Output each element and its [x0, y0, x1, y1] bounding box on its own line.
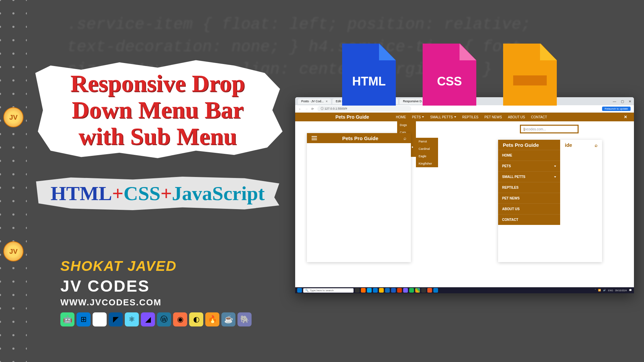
tray-clock[interactable]: 09/10/2024	[615, 289, 627, 292]
taskbar-app-icon[interactable]	[427, 288, 432, 293]
browser-window: Posts · JV Cod...× Edit Post "Res...× Re…	[295, 97, 634, 293]
main-navigation: Pets Pro Guide HOME PETS SMALL PETTS REP…	[295, 113, 634, 121]
mobile-header-expanded: Pets Pro Guide ✕ ide	[498, 140, 602, 150]
subline-plus-2: +	[160, 182, 172, 204]
file-type-icons: HTML CSS	[342, 44, 557, 106]
tray-wifi-icon[interactable]: 📶	[598, 289, 601, 292]
mobile-menu-pets[interactable]: PETS	[498, 161, 560, 171]
mobile-menu-pet-news[interactable]: PET NEWS	[498, 193, 560, 203]
taskbar-app-icon[interactable]	[355, 288, 360, 293]
nav-item-about-us[interactable]: ABOUT US	[508, 115, 525, 119]
tab-label: Posts · JV Cod...	[301, 100, 324, 103]
subline-js: JavaScript	[172, 182, 265, 204]
maximize-button[interactable]: ▢	[621, 100, 624, 103]
nav-item-small-petts[interactable]: SMALL PETTS	[430, 115, 456, 119]
chevron-down-icon	[454, 116, 456, 118]
taskbar-app-icon[interactable]	[391, 288, 396, 293]
windows-taskbar: 🔍 Type here to search ˄ 📶 🔊 ENG 09/10/20…	[295, 287, 634, 293]
taskbar-app-icon[interactable]	[385, 288, 390, 293]
mobile-brand[interactable]: Pets Pro Guide	[342, 135, 378, 141]
mobile-menu-small-petts[interactable]: SMALL PETTS	[498, 171, 560, 182]
taskbar-search[interactable]: 🔍 Type here to search	[303, 288, 354, 293]
taskbar-app-icon[interactable]	[379, 288, 384, 293]
close-window-button[interactable]: ✕	[629, 100, 631, 103]
relaunch-button[interactable]: Relaunch to update	[602, 107, 631, 111]
submenu-item-eagle[interactable]: Eagle	[416, 153, 438, 160]
tech-subline: HTML+CSS+JavaScript	[47, 182, 268, 205]
apple-icon	[93, 312, 107, 326]
url-text: 127.0.0.1:5500/#	[325, 107, 347, 110]
dropdown-item-dogs[interactable]: Dogs	[397, 121, 416, 129]
url-input[interactable]: ⓘ 127.0.0.1:5500/#	[317, 106, 411, 112]
search-icon[interactable]	[404, 135, 406, 141]
mobile-menu-reptiles[interactable]: REPTILES	[498, 182, 560, 193]
website-url: WWW.JVCODES.COM	[60, 297, 252, 308]
nav-item-contact[interactable]: CONTACT	[531, 115, 547, 119]
tray-notifications-icon[interactable]: 💬	[629, 289, 632, 292]
search-icon[interactable]	[595, 142, 597, 148]
back-button[interactable]: ←	[299, 107, 302, 111]
main-headline: Responsive Drop Down Menu Bar with Sub M…	[47, 70, 268, 150]
author-name: SHOKAT JAVED	[60, 258, 252, 274]
mobile-menu: HOME PETS SMALL PETTS REPTILES PET NEWS …	[498, 150, 560, 225]
html-file-label: HTML	[352, 74, 386, 88]
submenu-item-parrot[interactable]: Parrot	[416, 138, 438, 145]
firebase-icon: 🔥	[205, 312, 219, 326]
taskbar-app-icon[interactable]	[367, 288, 372, 293]
taskbar-app-icon[interactable]	[397, 288, 402, 293]
brand-name: JV CODES	[60, 277, 252, 295]
java-icon: ☕	[221, 312, 235, 326]
taskbar-app-icon[interactable]	[409, 288, 414, 293]
browser-tab[interactable]: Posts · JV Cod...×	[298, 99, 331, 104]
js-file-icon	[503, 44, 557, 106]
submenu-item-kingfisher[interactable]: Kingfisher	[416, 160, 438, 167]
html-file-icon: HTML	[342, 44, 396, 106]
mobile-menu-contact[interactable]: CONTACT	[498, 214, 560, 225]
subline-plus-1: +	[112, 182, 123, 204]
browser-address-bar: ← → ⟳ ⓘ 127.0.0.1:5500/# Relaunch to upd…	[295, 105, 634, 113]
forward-button[interactable]: →	[305, 107, 308, 111]
wordpress-icon: Ⓦ	[157, 312, 171, 326]
tray-chevron-icon[interactable]: ˄	[595, 289, 596, 292]
page-body: Dogs Cats Horses Birds Parrot Cardinal E…	[295, 121, 634, 293]
taskbar-vscode-icon[interactable]	[433, 288, 438, 293]
nav-item-pets[interactable]: PETS	[412, 115, 424, 119]
search-input[interactable]: |jvcodes.com...	[520, 125, 579, 133]
mobile-brand[interactable]: Pets Pro Guide	[503, 142, 539, 148]
taskbar-app-icon[interactable]	[403, 288, 408, 293]
author-block: SHOKAT JAVED JV CODES WWW.JVCODES.COM 🤖 …	[60, 258, 252, 326]
minimize-button[interactable]: —	[613, 100, 616, 103]
tab-close-icon[interactable]: ×	[326, 100, 328, 103]
nav-item-pet-news[interactable]: PET NEWS	[484, 115, 502, 119]
taskbar-app-icon[interactable]	[361, 288, 366, 293]
nav-item-reptiles[interactable]: REPTILES	[462, 115, 478, 119]
mobile-preview-expanded: Pets Pro Guide ✕ ide HOME PETS SMALL PET…	[498, 140, 602, 262]
subline-brush-bg: HTML+CSS+JavaScript	[34, 174, 282, 214]
taskbar-app-icon[interactable]	[373, 288, 378, 293]
mobile-extra-text: ide	[565, 142, 572, 148]
birds-submenu: Parrot Cardinal Eagle Kingfisher	[416, 138, 438, 167]
chevron-down-icon	[422, 116, 424, 118]
windows-icon: ⊞	[76, 312, 91, 326]
jv-logo-badge-top: JV	[3, 107, 23, 127]
nav-item-home[interactable]: HOME	[396, 115, 406, 119]
mobile-menu-about-us[interactable]: ABOUT US	[498, 203, 560, 214]
search-icon: 🔍	[305, 289, 309, 292]
react-icon: ⚛	[125, 312, 139, 326]
taskbar-app-icon[interactable]	[421, 288, 426, 293]
taskbar-chrome-icon[interactable]	[415, 288, 420, 293]
submenu-item-cardinal[interactable]: Cardinal	[416, 145, 438, 153]
mobile-menu-home[interactable]: HOME	[498, 150, 560, 161]
start-button[interactable]	[297, 288, 302, 293]
hamburger-icon[interactable]	[312, 136, 317, 140]
search-placeholder: jvcodes.com...	[525, 127, 546, 131]
chevron-down-icon	[554, 176, 556, 178]
nav-close-button[interactable]: ✕	[624, 115, 627, 119]
tray-volume-icon[interactable]: 🔊	[603, 289, 606, 292]
tray-language[interactable]: ENG	[608, 289, 613, 292]
css-file-label: CSS	[437, 74, 462, 88]
reload-button[interactable]: ⟳	[311, 107, 314, 111]
css-file-icon: CSS	[423, 44, 476, 106]
mobile-extra-panel: ide	[560, 140, 602, 150]
nav-brand[interactable]: Pets Pro Guide	[335, 114, 369, 120]
